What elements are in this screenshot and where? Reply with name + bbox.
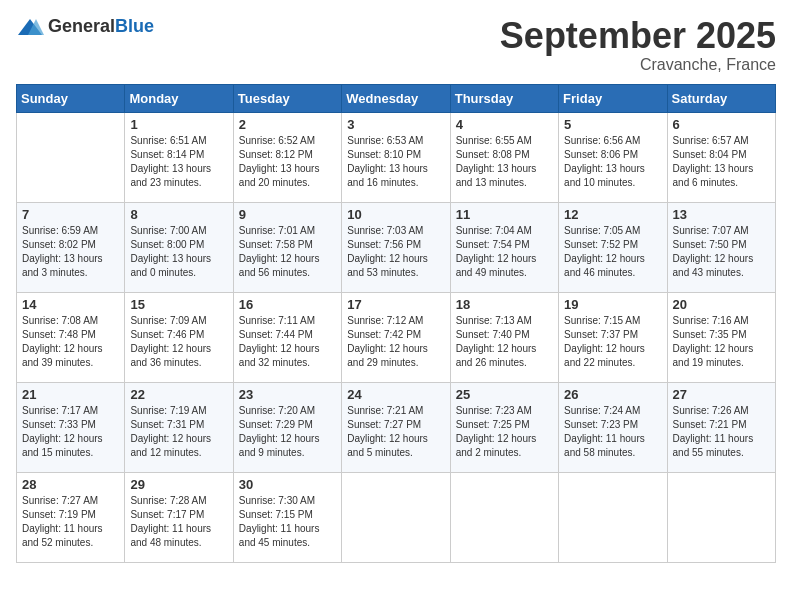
col-saturday: Saturday [667, 84, 775, 112]
day-number: 19 [564, 297, 661, 312]
table-row: 23Sunrise: 7:20 AMSunset: 7:29 PMDayligh… [233, 382, 341, 472]
table-row: 19Sunrise: 7:15 AMSunset: 7:37 PMDayligh… [559, 292, 667, 382]
table-row: 5Sunrise: 6:56 AMSunset: 8:06 PMDaylight… [559, 112, 667, 202]
day-number: 26 [564, 387, 661, 402]
day-info: Sunrise: 7:04 AMSunset: 7:54 PMDaylight:… [456, 224, 553, 280]
day-info: Sunrise: 7:03 AMSunset: 7:56 PMDaylight:… [347, 224, 444, 280]
day-info: Sunrise: 6:51 AMSunset: 8:14 PMDaylight:… [130, 134, 227, 190]
table-row: 28Sunrise: 7:27 AMSunset: 7:19 PMDayligh… [17, 472, 125, 562]
table-row [450, 472, 558, 562]
day-info: Sunrise: 7:17 AMSunset: 7:33 PMDaylight:… [22, 404, 119, 460]
table-row: 29Sunrise: 7:28 AMSunset: 7:17 PMDayligh… [125, 472, 233, 562]
day-info: Sunrise: 7:30 AMSunset: 7:15 PMDaylight:… [239, 494, 336, 550]
week-row-1: 1Sunrise: 6:51 AMSunset: 8:14 PMDaylight… [17, 112, 776, 202]
table-row: 1Sunrise: 6:51 AMSunset: 8:14 PMDaylight… [125, 112, 233, 202]
logo: GeneralBlue [16, 16, 154, 37]
day-number: 20 [673, 297, 770, 312]
day-number: 14 [22, 297, 119, 312]
header: GeneralBlue September 2025 Cravanche, Fr… [16, 16, 776, 74]
table-row: 14Sunrise: 7:08 AMSunset: 7:48 PMDayligh… [17, 292, 125, 382]
day-info: Sunrise: 7:07 AMSunset: 7:50 PMDaylight:… [673, 224, 770, 280]
table-row: 6Sunrise: 6:57 AMSunset: 8:04 PMDaylight… [667, 112, 775, 202]
day-number: 23 [239, 387, 336, 402]
calendar-table: Sunday Monday Tuesday Wednesday Thursday… [16, 84, 776, 563]
day-info: Sunrise: 7:11 AMSunset: 7:44 PMDaylight:… [239, 314, 336, 370]
logo-blue: Blue [115, 16, 154, 36]
day-number: 28 [22, 477, 119, 492]
table-row: 12Sunrise: 7:05 AMSunset: 7:52 PMDayligh… [559, 202, 667, 292]
day-info: Sunrise: 7:13 AMSunset: 7:40 PMDaylight:… [456, 314, 553, 370]
logo-text: GeneralBlue [48, 16, 154, 37]
table-row: 10Sunrise: 7:03 AMSunset: 7:56 PMDayligh… [342, 202, 450, 292]
table-row: 7Sunrise: 6:59 AMSunset: 8:02 PMDaylight… [17, 202, 125, 292]
week-row-3: 14Sunrise: 7:08 AMSunset: 7:48 PMDayligh… [17, 292, 776, 382]
day-number: 9 [239, 207, 336, 222]
table-row [17, 112, 125, 202]
col-tuesday: Tuesday [233, 84, 341, 112]
day-number: 2 [239, 117, 336, 132]
day-number: 3 [347, 117, 444, 132]
day-number: 25 [456, 387, 553, 402]
day-info: Sunrise: 6:56 AMSunset: 8:06 PMDaylight:… [564, 134, 661, 190]
day-number: 4 [456, 117, 553, 132]
table-row: 17Sunrise: 7:12 AMSunset: 7:42 PMDayligh… [342, 292, 450, 382]
table-row [342, 472, 450, 562]
day-info: Sunrise: 7:12 AMSunset: 7:42 PMDaylight:… [347, 314, 444, 370]
table-row: 8Sunrise: 7:00 AMSunset: 8:00 PMDaylight… [125, 202, 233, 292]
table-row: 20Sunrise: 7:16 AMSunset: 7:35 PMDayligh… [667, 292, 775, 382]
logo-general: General [48, 16, 115, 36]
week-row-4: 21Sunrise: 7:17 AMSunset: 7:33 PMDayligh… [17, 382, 776, 472]
day-number: 16 [239, 297, 336, 312]
day-number: 1 [130, 117, 227, 132]
table-row: 26Sunrise: 7:24 AMSunset: 7:23 PMDayligh… [559, 382, 667, 472]
day-info: Sunrise: 7:09 AMSunset: 7:46 PMDaylight:… [130, 314, 227, 370]
day-number: 6 [673, 117, 770, 132]
day-info: Sunrise: 7:19 AMSunset: 7:31 PMDaylight:… [130, 404, 227, 460]
col-friday: Friday [559, 84, 667, 112]
day-info: Sunrise: 7:08 AMSunset: 7:48 PMDaylight:… [22, 314, 119, 370]
day-number: 8 [130, 207, 227, 222]
table-row: 13Sunrise: 7:07 AMSunset: 7:50 PMDayligh… [667, 202, 775, 292]
day-number: 24 [347, 387, 444, 402]
table-row: 18Sunrise: 7:13 AMSunset: 7:40 PMDayligh… [450, 292, 558, 382]
day-info: Sunrise: 7:15 AMSunset: 7:37 PMDaylight:… [564, 314, 661, 370]
day-info: Sunrise: 6:55 AMSunset: 8:08 PMDaylight:… [456, 134, 553, 190]
day-number: 15 [130, 297, 227, 312]
day-info: Sunrise: 7:21 AMSunset: 7:27 PMDaylight:… [347, 404, 444, 460]
day-info: Sunrise: 6:53 AMSunset: 8:10 PMDaylight:… [347, 134, 444, 190]
week-row-5: 28Sunrise: 7:27 AMSunset: 7:19 PMDayligh… [17, 472, 776, 562]
month-title: September 2025 [500, 16, 776, 56]
day-number: 13 [673, 207, 770, 222]
day-info: Sunrise: 6:52 AMSunset: 8:12 PMDaylight:… [239, 134, 336, 190]
col-wednesday: Wednesday [342, 84, 450, 112]
day-info: Sunrise: 7:28 AMSunset: 7:17 PMDaylight:… [130, 494, 227, 550]
day-info: Sunrise: 7:01 AMSunset: 7:58 PMDaylight:… [239, 224, 336, 280]
day-number: 5 [564, 117, 661, 132]
col-monday: Monday [125, 84, 233, 112]
col-thursday: Thursday [450, 84, 558, 112]
day-info: Sunrise: 7:27 AMSunset: 7:19 PMDaylight:… [22, 494, 119, 550]
day-number: 21 [22, 387, 119, 402]
table-row: 25Sunrise: 7:23 AMSunset: 7:25 PMDayligh… [450, 382, 558, 472]
table-row: 4Sunrise: 6:55 AMSunset: 8:08 PMDaylight… [450, 112, 558, 202]
week-row-2: 7Sunrise: 6:59 AMSunset: 8:02 PMDaylight… [17, 202, 776, 292]
calendar-header-row: Sunday Monday Tuesday Wednesday Thursday… [17, 84, 776, 112]
day-number: 27 [673, 387, 770, 402]
day-number: 22 [130, 387, 227, 402]
col-sunday: Sunday [17, 84, 125, 112]
day-info: Sunrise: 7:00 AMSunset: 8:00 PMDaylight:… [130, 224, 227, 280]
table-row: 2Sunrise: 6:52 AMSunset: 8:12 PMDaylight… [233, 112, 341, 202]
day-number: 10 [347, 207, 444, 222]
day-number: 18 [456, 297, 553, 312]
table-row: 27Sunrise: 7:26 AMSunset: 7:21 PMDayligh… [667, 382, 775, 472]
day-info: Sunrise: 6:59 AMSunset: 8:02 PMDaylight:… [22, 224, 119, 280]
table-row: 21Sunrise: 7:17 AMSunset: 7:33 PMDayligh… [17, 382, 125, 472]
day-info: Sunrise: 7:24 AMSunset: 7:23 PMDaylight:… [564, 404, 661, 460]
location-title: Cravanche, France [500, 56, 776, 74]
day-info: Sunrise: 7:16 AMSunset: 7:35 PMDaylight:… [673, 314, 770, 370]
table-row: 22Sunrise: 7:19 AMSunset: 7:31 PMDayligh… [125, 382, 233, 472]
title-area: September 2025 Cravanche, France [500, 16, 776, 74]
table-row: 30Sunrise: 7:30 AMSunset: 7:15 PMDayligh… [233, 472, 341, 562]
table-row [559, 472, 667, 562]
table-row: 24Sunrise: 7:21 AMSunset: 7:27 PMDayligh… [342, 382, 450, 472]
